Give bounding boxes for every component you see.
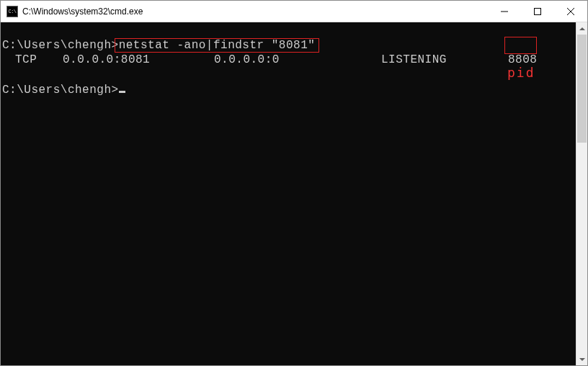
col-proto: TCP	[2, 53, 63, 67]
window-title: C:\Windows\system32\cmd.exe	[22, 6, 488, 17]
cursor	[119, 81, 126, 93]
netstat-output-row: TCP0.0.0.0:80810.0.0.0:0LISTENING8808	[2, 53, 576, 67]
scroll-up-button[interactable]	[576, 22, 587, 35]
scrollbar-thumb[interactable]	[577, 35, 587, 143]
window-controls	[488, 1, 587, 22]
cmd-icon: C:\	[6, 6, 18, 17]
command-text: netstat -ano|findstr "8081"	[119, 39, 316, 52]
col-state: LISTENING	[381, 53, 508, 67]
maximize-button[interactable]	[521, 1, 554, 22]
close-button[interactable]	[554, 1, 587, 22]
col-local-addr: 0.0.0.0:8081	[63, 53, 214, 67]
svg-marker-4	[579, 27, 585, 30]
pid-annotation-label: pid	[507, 66, 535, 80]
vertical-scrollbar[interactable]	[576, 22, 587, 365]
scroll-down-button[interactable]	[576, 353, 587, 365]
terminal-area: C:\Users\chengh>netstat -ano|findstr "80…	[1, 22, 587, 365]
titlebar[interactable]: C:\ C:\Windows\system32\cmd.exe	[1, 1, 587, 22]
svg-marker-5	[579, 358, 585, 361]
minimize-button[interactable]	[488, 1, 521, 22]
svg-rect-1	[535, 8, 541, 14]
prompt: C:\Users\chengh>	[2, 39, 119, 52]
cmd-window: C:\ C:\Windows\system32\cmd.exe C:\Users…	[0, 0, 588, 366]
terminal[interactable]: C:\Users\chengh>netstat -ano|findstr "80…	[1, 22, 576, 365]
col-foreign-addr: 0.0.0.0:0	[214, 53, 381, 67]
prompt: C:\Users\chengh>	[2, 84, 119, 97]
